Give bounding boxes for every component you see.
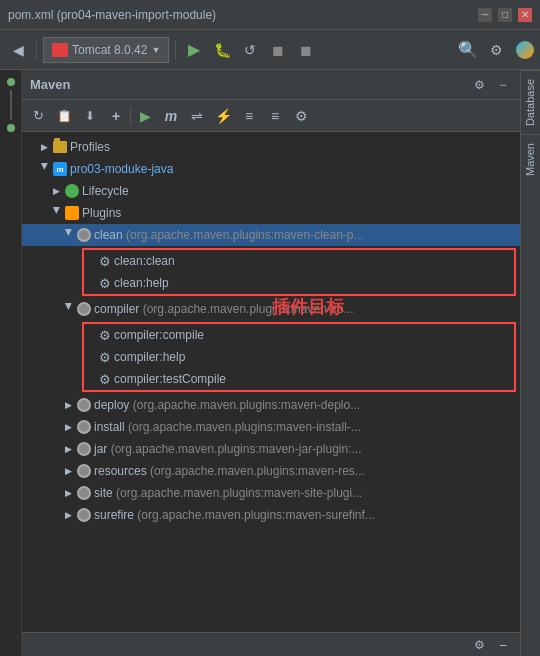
clean-help-label: clean:help xyxy=(114,276,169,290)
gutter-line-1 xyxy=(10,90,12,120)
clean-icon xyxy=(77,228,91,242)
compiler-goals-box: ⚙ compiler:compile ⚙ compiler:help ⚙ com… xyxy=(82,322,516,392)
jar-arrow-icon: ▶ xyxy=(62,443,74,455)
tree-item-clean-clean[interactable]: ⚙ clean:clean xyxy=(84,250,514,272)
maven-panel: Maven ⚙ − ↻ 📋 ⬇ + ▶ m ⇌ ⚡ ≡ ≡ ⚙ xyxy=(22,70,520,656)
maven-list-button[interactable]: ≡ xyxy=(237,104,261,128)
search-button[interactable]: 🔍 xyxy=(456,38,480,62)
compiler-compile-gear-icon: ⚙ xyxy=(99,328,111,343)
jar-icon xyxy=(77,442,91,456)
install-arrow-icon: ▶ xyxy=(62,421,74,433)
right-sidebar: Database Maven xyxy=(520,70,540,656)
maven-toolbar: ↻ 📋 ⬇ + ▶ m ⇌ ⚡ ≡ ≡ ⚙ xyxy=(22,100,520,132)
maximize-button[interactable]: □ xyxy=(498,8,512,22)
tree-item-compiler-help[interactable]: ⚙ compiler:help xyxy=(84,346,514,368)
tree-item-site[interactable]: ▶ site (org.apache.maven.plugins:maven-s… xyxy=(22,482,520,504)
site-arrow-icon: ▶ xyxy=(62,487,74,499)
main-toolbar: ◀ Tomcat 8.0.42 ▼ ▶ 🐛 ↺ ◼ ◼ 🔍 ⚙ xyxy=(0,30,540,70)
maven-run-button[interactable]: ▶ xyxy=(133,104,157,128)
compiler-arrow-icon: ▶ xyxy=(62,303,74,315)
maven-collapse-button[interactable]: − xyxy=(494,76,512,94)
maven-add-button[interactable]: + xyxy=(104,104,128,128)
tree-item-lifecycle[interactable]: ▶ Lifecycle xyxy=(22,180,520,202)
compiler-icon xyxy=(77,302,91,316)
resources-icon xyxy=(77,464,91,478)
tree-item-resources[interactable]: ▶ resources (org.apache.maven.plugins:ma… xyxy=(22,460,520,482)
profiles-folder-icon xyxy=(53,141,67,153)
install-label: install (org.apache.maven.plugins:maven-… xyxy=(94,420,361,434)
clean-help-gear-icon: ⚙ xyxy=(99,276,111,291)
stop2-button[interactable]: ◼ xyxy=(294,38,318,62)
module-label: pro03-moduke-java xyxy=(70,162,173,176)
tree-item-deploy[interactable]: ▶ deploy (org.apache.maven.plugins:maven… xyxy=(22,394,520,416)
maven-download-button[interactable]: ⬇ xyxy=(78,104,102,128)
maven-m-button[interactable]: m xyxy=(159,104,183,128)
site-icon xyxy=(77,486,91,500)
tree-item-install[interactable]: ▶ install (org.apache.maven.plugins:mave… xyxy=(22,416,520,438)
tree-item-profiles[interactable]: ▶ Profiles xyxy=(22,136,520,158)
site-label: site (org.apache.maven.plugins:maven-sit… xyxy=(94,486,362,500)
lifecycle-arrow-icon: ▶ xyxy=(50,185,62,197)
left-gutter xyxy=(0,70,22,656)
resources-arrow-icon: ▶ xyxy=(62,465,74,477)
plugins-arrow-icon: ▶ xyxy=(50,207,62,219)
reload-button[interactable]: ↺ xyxy=(238,38,262,62)
module-icon: m xyxy=(53,162,67,176)
gutter-indicator-1 xyxy=(7,78,15,86)
surefire-arrow-icon: ▶ xyxy=(62,509,74,521)
tomcat-label: Tomcat 8.0.42 xyxy=(72,43,147,57)
stop-button[interactable]: ◼ xyxy=(266,38,290,62)
tree-item-clean-help[interactable]: ⚙ clean:help xyxy=(84,272,514,294)
maven-settings-button[interactable]: ⚙ xyxy=(470,76,488,94)
tree-item-compiler-testcompile[interactable]: ⚙ compiler:testCompile xyxy=(84,368,514,390)
bottom-settings-button[interactable]: ⚙ xyxy=(470,636,488,654)
compiler-testcompile-label: compiler:testCompile xyxy=(114,372,226,386)
clean-clean-gear-icon: ⚙ xyxy=(99,254,111,269)
tree-item-surefire[interactable]: ▶ surefire (org.apache.maven.plugins:mav… xyxy=(22,504,520,526)
tree-item-jar[interactable]: ▶ jar (org.apache.maven.plugins:maven-ja… xyxy=(22,438,520,460)
compiler-label: compiler (org.apache.maven.plugins:maven… xyxy=(94,302,353,316)
maven-copy-button[interactable]: 📋 xyxy=(52,104,76,128)
deploy-label: deploy (org.apache.maven.plugins:maven-d… xyxy=(94,398,360,412)
toolbar-sep-1 xyxy=(130,107,131,125)
clean-label: clean (org.apache.maven.plugins:maven-cl… xyxy=(94,228,364,242)
back-button[interactable]: ◀ xyxy=(6,38,30,62)
surefire-label: surefire (org.apache.maven.plugins:maven… xyxy=(94,508,375,522)
maven-bottom-bar: ⚙ − xyxy=(22,632,520,656)
maven-header: Maven ⚙ − xyxy=(22,70,520,100)
close-button[interactable]: ✕ xyxy=(518,8,532,22)
tree-item-compiler[interactable]: ▶ compiler (org.apache.maven.plugins:mav… xyxy=(22,298,520,320)
maven-list2-button[interactable]: ≡ xyxy=(263,104,287,128)
compiler-help-label: compiler:help xyxy=(114,350,185,364)
resources-label: resources (org.apache.maven.plugins:mave… xyxy=(94,464,365,478)
bottom-collapse-button[interactable]: − xyxy=(494,636,512,654)
user-avatar xyxy=(516,41,534,59)
profiles-label: Profiles xyxy=(70,140,110,154)
tomcat-dropdown[interactable]: Tomcat 8.0.42 ▼ xyxy=(43,37,169,63)
tree-item-plugins[interactable]: ▶ Plugins xyxy=(22,202,520,224)
tomcat-arrow-icon: ▼ xyxy=(151,45,160,55)
tree-item-clean[interactable]: ▶ clean (org.apache.maven.plugins:maven-… xyxy=(22,224,520,246)
minimize-button[interactable]: ─ xyxy=(478,8,492,22)
sidebar-tab-database[interactable]: Database xyxy=(521,70,540,134)
maven-sync-button[interactable]: ⇌ xyxy=(185,104,209,128)
tree-item-module[interactable]: ▶ m pro03-moduke-java xyxy=(22,158,520,180)
sidebar-tab-maven[interactable]: Maven xyxy=(521,134,540,184)
profiles-arrow-icon: ▶ xyxy=(38,141,50,153)
tomcat-icon xyxy=(52,43,68,57)
compiler-help-gear-icon: ⚙ xyxy=(99,350,111,365)
plugins-icon xyxy=(65,206,79,220)
maven-tree[interactable]: ▶ Profiles ▶ m pro03-moduke-java ▶ Lif xyxy=(22,132,520,632)
play-button[interactable]: ▶ xyxy=(182,38,206,62)
install-icon xyxy=(77,420,91,434)
settings-button[interactable]: ⚙ xyxy=(484,38,508,62)
debug-button[interactable]: 🐛 xyxy=(210,38,234,62)
tree-item-compiler-compile[interactable]: ⚙ compiler:compile xyxy=(84,324,514,346)
clean-clean-label: clean:clean xyxy=(114,254,175,268)
jar-label: jar (org.apache.maven.plugins:maven-jar-… xyxy=(94,442,362,456)
maven-lightning-button[interactable]: ⚡ xyxy=(211,104,235,128)
maven-refresh-button[interactable]: ↻ xyxy=(26,104,50,128)
separator-1 xyxy=(36,40,37,60)
surefire-icon xyxy=(77,508,91,522)
maven-config-button[interactable]: ⚙ xyxy=(289,104,313,128)
